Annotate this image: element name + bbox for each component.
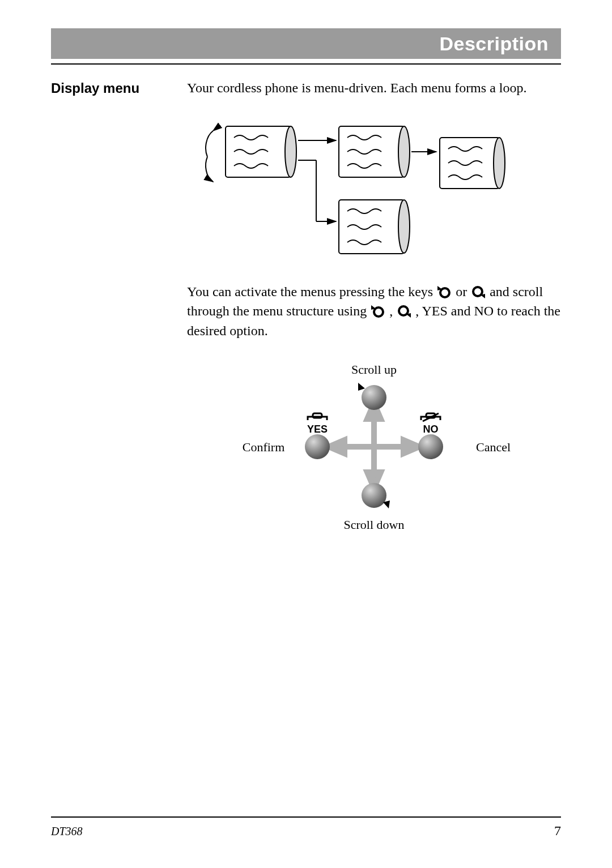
paragraph-intro: Your cordless phone is menu-driven. Each… [187,78,561,98]
model-name: DT368 [51,825,83,838]
svg-point-1 [285,126,296,177]
svg-point-7 [398,126,410,177]
scroll-up-label: Scroll up [351,362,397,377]
svg-point-14 [473,287,482,296]
section-heading: Display menu [51,78,187,96]
text-fragment: or [456,284,470,299]
text-fragment: , [415,303,422,318]
confirm-label: Confirm [243,440,285,454]
svg-point-23 [418,434,443,459]
svg-rect-22 [313,413,322,418]
no-label: NO [423,424,439,435]
footer-rule [51,816,561,818]
svg-point-21 [305,434,330,459]
body-column: Your cordless phone is menu-driven. Each… [187,78,561,539]
svg-point-16 [399,306,408,315]
page: Description Display menu Your cordless p… [0,0,612,868]
scroll-down-label: Scroll down [344,518,405,532]
up-key-icon [370,304,386,319]
text-fragment: , [389,303,396,318]
text-fragment: You can activate the menus pressing the … [187,284,436,299]
menu-loop-diagram [203,121,509,259]
svg-rect-0 [226,126,291,177]
svg-point-12 [398,200,410,253]
svg-point-15 [374,307,383,317]
svg-point-13 [440,288,449,297]
down-key-icon [396,304,412,319]
page-number: 7 [554,823,561,839]
navigation-diagram: Scroll up Scroll down YES NO Confirm Can… [227,358,521,539]
header-rule [51,63,561,65]
cancel-label: Cancel [476,440,511,454]
footer: DT368 7 [51,816,561,839]
svg-rect-6 [339,126,404,177]
yes-label: YES [307,424,328,435]
content-row: Display menu Your cordless phone is menu… [51,78,561,539]
svg-point-19 [362,385,386,410]
svg-point-10 [494,138,505,189]
footer-row: DT368 7 [51,823,561,839]
svg-point-20 [362,483,386,508]
down-key-icon [470,285,486,300]
up-key-icon [436,285,452,300]
section-header-bar: Description [51,28,561,59]
paragraph-activate: You can activate the menus pressing the … [187,282,561,341]
section-header-title: Description [439,33,549,55]
